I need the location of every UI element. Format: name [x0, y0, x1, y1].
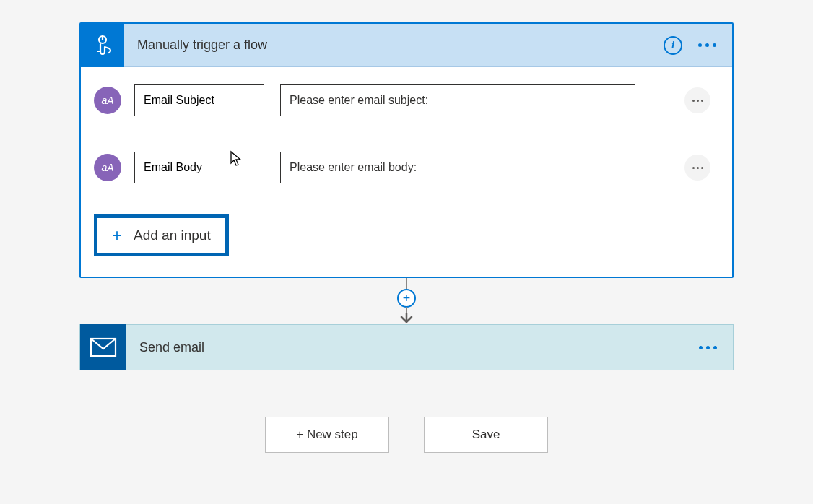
- connector: +: [397, 278, 416, 324]
- insert-step-button[interactable]: +: [397, 289, 416, 308]
- info-icon[interactable]: i: [664, 36, 682, 55]
- arrow-down-icon: [398, 313, 415, 324]
- bottom-buttons: + New step Save: [265, 417, 548, 453]
- action-title: Send email: [126, 340, 699, 355]
- new-step-button[interactable]: + New step: [265, 417, 389, 453]
- text-input-icon: aA: [94, 87, 121, 114]
- input-description-field[interactable]: [280, 84, 635, 116]
- mail-icon: [80, 324, 126, 370]
- flow-canvas: Manually trigger a flow i aA aA: [0, 6, 813, 453]
- trigger-title: Manually trigger a flow: [124, 38, 664, 53]
- action-card[interactable]: Send email: [79, 324, 734, 370]
- action-menu-icon[interactable]: [699, 346, 717, 349]
- trigger-header[interactable]: Manually trigger a flow i: [81, 24, 732, 67]
- input-name-field[interactable]: [134, 152, 264, 183]
- input-description-field[interactable]: [280, 152, 635, 183]
- input-row: aA: [90, 67, 723, 134]
- manual-trigger-icon: [81, 24, 124, 67]
- add-input-label: Add an input: [134, 227, 211, 243]
- connector-line: [406, 307, 407, 313]
- save-button[interactable]: Save: [424, 417, 548, 453]
- text-input-icon: aA: [94, 154, 121, 181]
- trigger-body: aA aA + Add an input: [81, 67, 732, 277]
- input-row-menu-icon[interactable]: [684, 155, 710, 181]
- input-row: aA: [90, 134, 723, 201]
- trigger-card: Manually trigger a flow i aA aA: [79, 22, 734, 278]
- connector-line: [406, 278, 407, 290]
- plus-icon: +: [112, 225, 122, 246]
- input-name-field[interactable]: [134, 84, 264, 116]
- trigger-menu-icon[interactable]: [698, 43, 716, 47]
- input-row-menu-icon[interactable]: [684, 87, 710, 113]
- add-input-button[interactable]: + Add an input: [94, 214, 229, 256]
